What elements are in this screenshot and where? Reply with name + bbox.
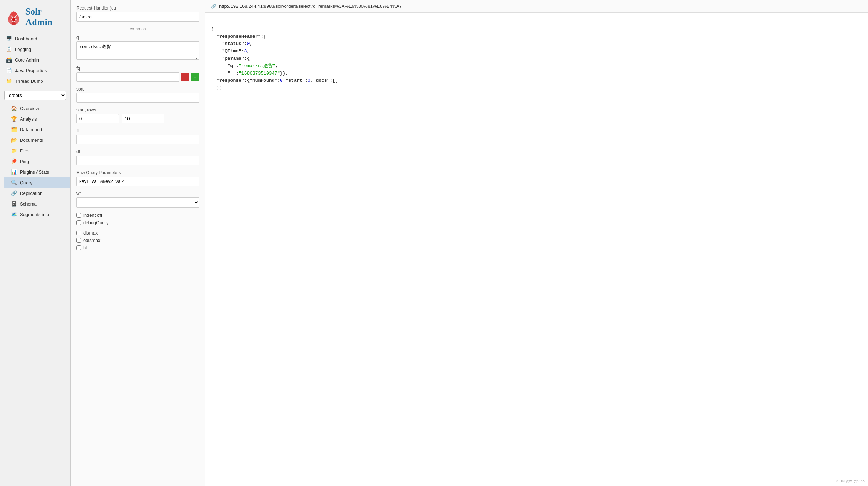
sidebar-item-label: Overview	[20, 106, 39, 111]
dismax-checkbox[interactable]	[76, 231, 81, 235]
sidebar-item-label: Documents	[20, 138, 43, 143]
sidebar-item-label: Query	[20, 180, 32, 185]
dataimport-icon: 🗂️	[11, 127, 17, 132]
sidebar-item-label: Files	[20, 148, 29, 154]
collection-selector: orders	[4, 91, 66, 100]
sidebar-item-thread-dump[interactable]: 📁 Thread Dump	[0, 76, 70, 86]
debug-query-row: debugQuery	[76, 220, 199, 225]
thread-dump-icon: 📁	[6, 78, 12, 84]
sidebar-item-schema[interactable]: 📓 Schema	[4, 198, 70, 209]
sidebar-item-label: Dashboard	[15, 36, 38, 41]
df-input[interactable]	[76, 156, 199, 165]
sidebar-item-segments-info[interactable]: 🗺️ Segments info	[4, 209, 70, 220]
sidebar-item-dashboard[interactable]: 🖥️ Dashboard	[0, 33, 70, 44]
fq-input[interactable]	[76, 72, 179, 82]
sidebar-item-logging[interactable]: 📋 Logging	[0, 44, 70, 54]
sidebar-item-documents[interactable]: 📂 Documents	[4, 135, 70, 145]
sidebar-item-dataimport[interactable]: 🗂️ Dataimport	[4, 124, 70, 135]
result-panel: 🔗 http://192.168.244.41:8983/solr/orders…	[205, 0, 868, 486]
rows-input[interactable]	[122, 114, 164, 123]
fq-group: fq − +	[76, 66, 199, 82]
raw-query-input[interactable]	[76, 177, 199, 186]
hl-checkbox[interactable]	[76, 245, 81, 250]
files-icon: 📁	[11, 148, 17, 154]
solr-logo-icon	[6, 8, 22, 26]
query-panel: Request-Handler (qt) common q fq − + sor…	[71, 0, 205, 486]
sidebar-item-label: Java Properties	[15, 68, 47, 73]
sidebar-item-overview[interactable]: 🏠 Overview	[4, 103, 70, 114]
debug-query-checkbox[interactable]	[76, 220, 81, 225]
q-input[interactable]	[76, 41, 199, 60]
wt-select[interactable]: ------ json xml csv python	[76, 197, 199, 208]
edismax-label[interactable]: edismax	[83, 238, 100, 243]
fq-remove-button[interactable]: −	[181, 73, 189, 81]
java-props-icon: 📄	[6, 68, 12, 73]
overview-icon: 🏠	[11, 105, 17, 111]
df-label: df	[76, 149, 199, 154]
debug-query-label[interactable]: debugQuery	[83, 220, 109, 225]
extra-checkboxes-group: dismax edismax hl	[76, 230, 199, 250]
fq-add-button[interactable]: +	[191, 73, 199, 81]
logo-area: Solr Admin	[0, 0, 70, 32]
fl-label: fl	[76, 128, 199, 133]
sort-input[interactable]	[76, 93, 199, 103]
sidebar-item-replication[interactable]: 🔗 Replication	[4, 188, 70, 198]
raw-query-label: Raw Query Parameters	[76, 170, 199, 175]
dismax-row: dismax	[76, 230, 199, 236]
url-icon: 🔗	[211, 4, 216, 9]
sidebar-item-label: Segments info	[20, 212, 49, 217]
schema-icon: 📓	[11, 201, 17, 207]
documents-icon: 📂	[11, 137, 17, 143]
json-output: { "responseHeader":{ "status":0, "QTime"…	[205, 13, 868, 486]
raw-query-group: Raw Query Parameters	[76, 170, 199, 186]
indent-off-row: indent off	[76, 213, 199, 218]
request-handler-group: Request-Handler (qt)	[76, 6, 199, 22]
q-group: q	[76, 35, 199, 61]
dashboard-icon: 🖥️	[6, 36, 12, 41]
indent-off-checkbox[interactable]	[76, 213, 81, 218]
fl-input[interactable]	[76, 135, 199, 144]
dismax-label[interactable]: dismax	[83, 230, 98, 236]
sidebar: Solr Admin 🖥️ Dashboard 📋 Logging 🗃️ Cor…	[0, 0, 71, 486]
start-rows-row	[76, 114, 199, 123]
analysis-icon: 🏆	[11, 116, 17, 122]
wt-group: wt ------ json xml csv python	[76, 191, 199, 208]
sort-group: sort	[76, 87, 199, 103]
sidebar-item-label: Ping	[20, 159, 29, 164]
url-bar: 🔗 http://192.168.244.41:8983/solr/orders…	[205, 0, 868, 13]
edismax-row: edismax	[76, 238, 199, 243]
collection-nav: 🏠 Overview 🏆 Analysis 🗂️ Dataimport 📂 Do…	[4, 103, 70, 220]
fq-label: fq	[76, 66, 199, 71]
sidebar-item-files[interactable]: 📁 Files	[4, 145, 70, 156]
start-input[interactable]	[76, 114, 119, 123]
sidebar-item-label: Replication	[20, 191, 42, 196]
sidebar-item-plugins-stats[interactable]: 📊 Plugins / Stats	[4, 167, 70, 177]
hl-row: hl	[76, 245, 199, 250]
common-section-label: common	[130, 27, 146, 31]
hl-label[interactable]: hl	[83, 245, 87, 250]
sidebar-item-label: Plugins / Stats	[20, 169, 49, 175]
query-icon: 🔍	[11, 180, 17, 185]
start-rows-label: start, rows	[76, 108, 199, 112]
sidebar-item-ping[interactable]: 🏓 Ping	[4, 156, 70, 167]
sidebar-item-java-properties[interactable]: 📄 Java Properties	[0, 65, 70, 76]
main-content: Request-Handler (qt) common q fq − + sor…	[71, 0, 868, 486]
sidebar-item-label: Core Admin	[15, 57, 39, 63]
sidebar-item-query[interactable]: 🔍 Query	[4, 177, 70, 188]
collection-select[interactable]: orders	[4, 91, 66, 100]
sidebar-item-label: Dataimport	[20, 127, 42, 132]
edismax-checkbox[interactable]	[76, 238, 81, 243]
request-handler-input[interactable]	[76, 12, 199, 22]
q-label: q	[76, 35, 199, 40]
sidebar-item-analysis[interactable]: 🏆 Analysis	[4, 114, 70, 124]
indent-off-label[interactable]: indent off	[83, 213, 102, 218]
fl-group: fl	[76, 128, 199, 144]
df-group: df	[76, 149, 199, 165]
sidebar-item-label: Schema	[20, 201, 37, 207]
checkboxes-group: indent off debugQuery	[76, 213, 199, 225]
logging-icon: 📋	[6, 46, 12, 52]
sidebar-item-core-admin[interactable]: 🗃️ Core Admin	[0, 54, 70, 65]
sort-label: sort	[76, 87, 199, 92]
replication-icon: 🔗	[11, 190, 17, 196]
segments-icon: 🗺️	[11, 212, 17, 217]
